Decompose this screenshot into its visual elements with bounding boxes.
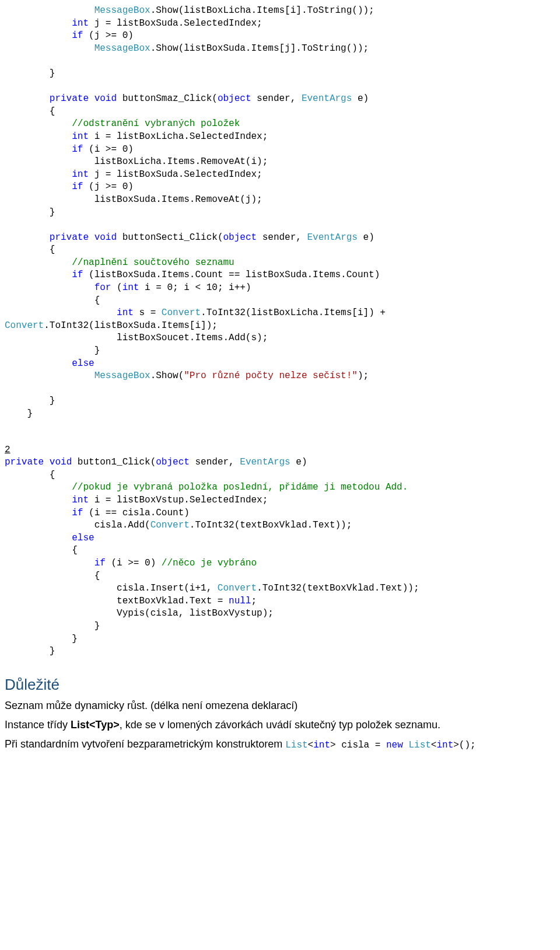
- code-text: i = listBoxVstup.SelectedIndex;: [89, 495, 268, 505]
- comment: //něco je vybráno: [162, 558, 257, 568]
- type-token: EventArgs: [302, 93, 352, 104]
- code-text: s =: [134, 308, 162, 318]
- keyword: void: [94, 93, 117, 104]
- type-token: MessageBox: [94, 43, 150, 54]
- brace: }: [50, 646, 55, 656]
- code-text: (i == cisla.Count): [83, 508, 189, 518]
- keyword: else: [72, 533, 94, 543]
- code-text: Vypis(cisla, listBoxVystup);: [117, 608, 274, 619]
- code-text: .Show(listBoxLicha.Items[i].ToString());: [150, 5, 374, 16]
- code-text: cisla.Insert(i+1,: [117, 583, 218, 593]
- keyword: int: [72, 169, 89, 180]
- keyword: if: [72, 181, 83, 192]
- code-text: listBoxLicha.Items.RemoveAt(i);: [94, 156, 268, 167]
- heading-important: Důležité: [5, 676, 555, 694]
- code-text: (listBoxSuda.Items.Count == listBoxSuda.…: [83, 270, 380, 280]
- code-text: );: [358, 371, 369, 381]
- code-text: listBoxSuda.Items.RemoveAt(j);: [94, 194, 262, 205]
- type-token: Convert: [162, 308, 201, 318]
- code-text: j = listBoxSuda.SelectedIndex;: [89, 18, 262, 29]
- brace: }: [94, 621, 100, 631]
- keyword: int: [72, 131, 89, 142]
- code-text: button1_Click(: [72, 457, 156, 467]
- code-text: i = listBoxLicha.SelectedIndex;: [89, 131, 268, 142]
- type-token: MessageBox: [94, 371, 150, 381]
- comment: //odstranění vybraných položek: [72, 118, 240, 129]
- type-token: EventArgs: [307, 232, 358, 243]
- code-text: listBoxSoucet.Items.Add(s);: [117, 333, 268, 343]
- keyword: if: [72, 30, 83, 41]
- keyword: null: [229, 596, 251, 606]
- code-text: (i >= 0): [83, 144, 133, 155]
- code-text: e): [290, 457, 307, 467]
- keyword: object: [218, 93, 251, 104]
- keyword: int: [72, 495, 89, 505]
- code-text: (j >= 0): [83, 181, 133, 192]
- comment: //naplnění součtového seznamu: [72, 257, 234, 268]
- code-text: j = listBoxSuda.SelectedIndex;: [89, 169, 262, 180]
- code-text: cisla.Add(: [94, 520, 150, 530]
- keyword: private: [50, 93, 89, 104]
- keyword: if: [72, 144, 83, 155]
- keyword: else: [72, 358, 94, 369]
- code-block-2: private void button1_Click(object sender…: [5, 456, 555, 658]
- brace: }: [72, 634, 78, 644]
- brace: }: [50, 396, 55, 406]
- type-token: MessageBox: [94, 5, 150, 16]
- keyword: object: [156, 457, 190, 467]
- code-text: .Show(listBoxSuda.Items[j].ToString());: [150, 43, 369, 54]
- brace: {: [50, 106, 55, 117]
- code-text: (i >= 0): [106, 558, 162, 568]
- brace: }: [94, 345, 100, 356]
- keyword: private: [5, 457, 44, 467]
- keyword: int: [123, 282, 139, 293]
- code-text: sender,: [251, 93, 301, 104]
- brace: }: [50, 207, 55, 218]
- type-token: EventArgs: [240, 457, 290, 467]
- code-text: .ToInt32(textBoxVklad.Text));: [257, 583, 419, 593]
- code-text: e): [358, 232, 374, 243]
- keyword: void: [94, 232, 117, 243]
- code-text: textBoxVklad.Text =: [117, 596, 229, 606]
- keyword: private: [50, 232, 89, 243]
- type-token: Convert: [5, 320, 44, 331]
- code-text: (j >= 0): [83, 30, 133, 41]
- brace: {: [72, 545, 78, 556]
- comment: //pokud je vybraná položka poslední, při…: [72, 482, 408, 493]
- string-literal: "Pro různé počty nelze sečíst!": [184, 371, 358, 381]
- brace: {: [50, 245, 55, 255]
- code-text: buttonSmaz_Click(: [117, 93, 218, 104]
- keyword: int: [117, 308, 134, 318]
- code-text: buttonSecti_Click(: [117, 232, 223, 243]
- paragraph-2: Instance třídy List<Typ>, kde se v lomen…: [5, 718, 555, 732]
- code-text: sender,: [190, 457, 240, 467]
- brace: {: [94, 571, 100, 581]
- keyword: if: [72, 270, 83, 280]
- code-text: .ToInt32(listBoxLicha.Items[i]) +: [201, 308, 391, 318]
- code-block-1: MessageBox.Show(listBoxLicha.Items[i].To…: [5, 5, 555, 421]
- brace: }: [27, 408, 33, 419]
- brace: }: [50, 68, 55, 79]
- paragraph-1: Seznam může dynamicky růst. (délka není …: [5, 698, 555, 713]
- paragraph-3: Při standardním vytvoření bezparametrick…: [5, 737, 555, 752]
- keyword: void: [50, 457, 72, 467]
- code-text: e): [352, 93, 369, 104]
- section-number: 2: [5, 444, 555, 457]
- keyword: for: [94, 282, 111, 293]
- keyword: if: [72, 508, 83, 518]
- type-token: Convert: [150, 520, 190, 530]
- type-token: Convert: [218, 583, 257, 593]
- keyword: if: [94, 558, 106, 568]
- brace: {: [50, 470, 55, 480]
- code-text: sender,: [257, 232, 307, 243]
- brace: {: [94, 295, 100, 306]
- keyword: object: [223, 232, 257, 243]
- code-text: .ToInt32(textBoxVklad.Text));: [190, 520, 352, 530]
- code-text: ;: [251, 596, 257, 606]
- code-text: (: [111, 282, 122, 293]
- code-text: i = 0; i < 10; i++): [139, 282, 251, 293]
- code-text: .Show(: [150, 371, 184, 381]
- keyword: int: [72, 18, 89, 29]
- code-text: .ToInt32(listBoxSuda.Items[i]);: [44, 320, 218, 331]
